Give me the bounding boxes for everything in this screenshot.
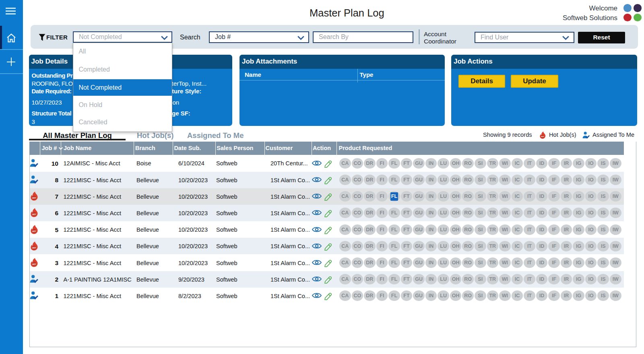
svg-text:HOT: HOT	[32, 247, 36, 249]
svg-text:HOT: HOT	[32, 214, 36, 216]
svg-text:HOT: HOT	[541, 136, 544, 137]
svg-text:HOT: HOT	[32, 263, 36, 266]
svg-text:HOT: HOT	[32, 197, 36, 199]
svg-text:HOT: HOT	[32, 230, 36, 232]
